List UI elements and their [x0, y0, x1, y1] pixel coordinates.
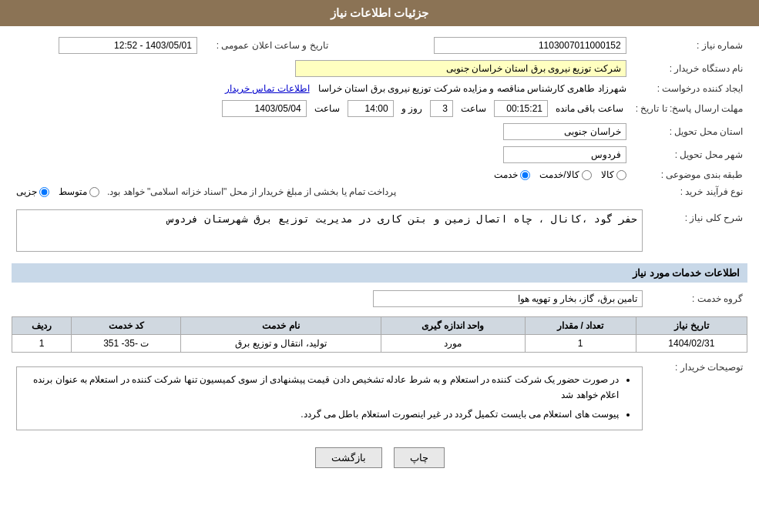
namDastgah-value: شرکت توزیع نیروی برق استان خراسان جنوبی	[12, 57, 631, 80]
cell-namKhedmat: تولید، انتقال و توزیع برق	[181, 335, 381, 353]
button-row: چاپ بازگشت	[12, 447, 747, 468]
ijadKonande-label: ایجاد کننده درخواست :	[631, 80, 747, 97]
radio-jozyi-input[interactable]	[39, 187, 49, 197]
noeFarayand-note: پرداخت تمام یا بخشی از مبلغ خریدار از مح…	[107, 186, 396, 197]
tarikh-san-value: 1403/05/01 - 12:52	[12, 34, 202, 57]
ostanTahvil-field: خراسان جنوبی	[503, 123, 626, 140]
cell-kodKhedmat: ت -35- 351	[72, 335, 181, 353]
tarikh-field: 1403/05/04	[222, 100, 307, 117]
tarikh-san-label: تاریخ و ساعت اعلان عمومی :	[202, 34, 333, 57]
radio-kala-khedmat-label: کالا/خدمت	[539, 169, 579, 180]
col-namKhedmat: نام خدمت	[181, 317, 381, 335]
radio-kala-input[interactable]	[616, 170, 626, 180]
saat-label: ساعت	[314, 103, 340, 114]
cell-radif: 1	[12, 335, 72, 353]
col-radif: ردیف	[12, 317, 72, 335]
toseehKhardar-label: توصیحات خریدار :	[647, 359, 747, 438]
mohlatErsal-label: مهلت ارسال پاسخ: تا تاریخ :	[631, 97, 747, 120]
radio-kala-khedmat-input[interactable]	[582, 170, 592, 180]
toseeh-box: در صورت حضور یک شرکت کننده در استعلام و …	[16, 366, 643, 430]
chap-button[interactable]: چاپ	[394, 447, 445, 468]
radio-kala-label: کالا	[601, 169, 614, 180]
saat2-field: 00:15:21	[494, 100, 548, 117]
shomareNiaz-field: 1103007011000152	[434, 37, 626, 54]
namDastgah-label: نام دستگاه خریدار :	[631, 57, 747, 80]
main-info-table: شماره نیاز : 1103007011000152 تاریخ و سا…	[12, 34, 747, 200]
tabaqeBandi-label: طبقه بندی موضوعی :	[631, 166, 747, 183]
sharhKoli-table: شرح کلی نیاز : حفر گود ،کانال ، چاه اتصا…	[12, 206, 747, 257]
roz-field: 3	[430, 100, 453, 117]
col-tarikhNiaz: تاریخ نیاز	[636, 317, 747, 335]
shomareNiaz-value: 1103007011000152	[371, 34, 631, 57]
baghimande-label: ساعت باقی مانده	[556, 103, 623, 114]
ostanTahvil-label: استان محل تحویل :	[631, 120, 747, 143]
cell-tarikhNiaz: 1404/02/31	[636, 335, 747, 353]
groupKhedmat-table: گروه خدمت : تامین برق، گاز، بخار و تهویه…	[12, 287, 747, 310]
radio-mottaset[interactable]: متوسط	[59, 186, 99, 197]
page-title: جزئیات اطلاعات نیاز	[0, 0, 759, 26]
sharhKoli-label: شرح کلی نیاز :	[647, 206, 747, 257]
radio-kala[interactable]: کالا	[601, 169, 626, 180]
radio-khedmat-input[interactable]	[520, 170, 530, 180]
ijadKonande-text: شهرزاد طاهری کارشناس مناقصه و مزایده شرک…	[318, 83, 626, 94]
noeFarayand-label: نوع فرآیند خرید :	[631, 183, 747, 200]
namDastgah-field: شرکت توزیع نیروی برق استان خراسان جنوبی	[295, 60, 626, 77]
radio-mottaset-input[interactable]	[89, 187, 99, 197]
shahrTahvil-field: فردوس	[503, 146, 626, 163]
radio-khedmat[interactable]: خدمت	[494, 169, 530, 180]
radio-kala-khedmat[interactable]: کالا/خدمت	[539, 169, 591, 180]
saat2-label: ساعت	[461, 103, 486, 114]
radio-mottaset-label: متوسط	[59, 186, 87, 197]
radio-jozyi-label: جزیی	[16, 186, 37, 197]
shahrTahvil-label: شهر محل تحویل :	[631, 143, 747, 166]
sharhKoli-field[interactable]: حفر گود ،کانال ، چاه اتصال زمین و بتن کا…	[16, 209, 643, 252]
services-table: تاریخ نیاز تعداد / مقدار واحد اندازه گیر…	[12, 316, 747, 353]
groupKhedmat-field: تامین برق، گاز، بخار و تهویه هوا	[373, 290, 643, 307]
list-item: پیوست های استعلام می بایست تکمیل گردد در…	[25, 407, 619, 422]
table-row: 1404/02/31 1 مورد تولید، انتقال و توزیع …	[12, 335, 747, 353]
groupKhedmat-label: گروه خدمت :	[647, 287, 747, 310]
list-item: در صورت حضور یک شرکت کننده در استعلام و …	[25, 372, 619, 403]
radio-jozyi[interactable]: جزیی	[16, 186, 49, 197]
col-kodKhedmat: کد خدمت	[72, 317, 181, 335]
col-tedad: تعداد / مقدار	[525, 317, 636, 335]
cell-vahed: مورد	[381, 335, 525, 353]
bazgasht-button[interactable]: بازگشت	[315, 447, 382, 468]
ijadKonande-link[interactable]: اطلاعات تماس خریدار	[225, 83, 310, 94]
ijadKonande-value: شهرزاد طاهری کارشناس مناقصه و مزایده شرک…	[12, 80, 631, 97]
tarikh-san-field: 1403/05/01 - 12:52	[59, 37, 197, 54]
shomareNiaz-label: شماره نیاز :	[631, 34, 747, 57]
toseeh-table: توصیحات خریدار : در صورت حضور یک شرکت کن…	[12, 359, 747, 438]
cell-tedad: 1	[525, 335, 636, 353]
saat-field: 14:00	[348, 100, 394, 117]
services-section-header: اطلاعات خدمات مورد نیاز	[12, 263, 747, 283]
roz-label: روز و	[401, 103, 422, 114]
radio-khedmat-label: خدمت	[494, 169, 518, 180]
col-vahed: واحد اندازه گیری	[381, 317, 525, 335]
